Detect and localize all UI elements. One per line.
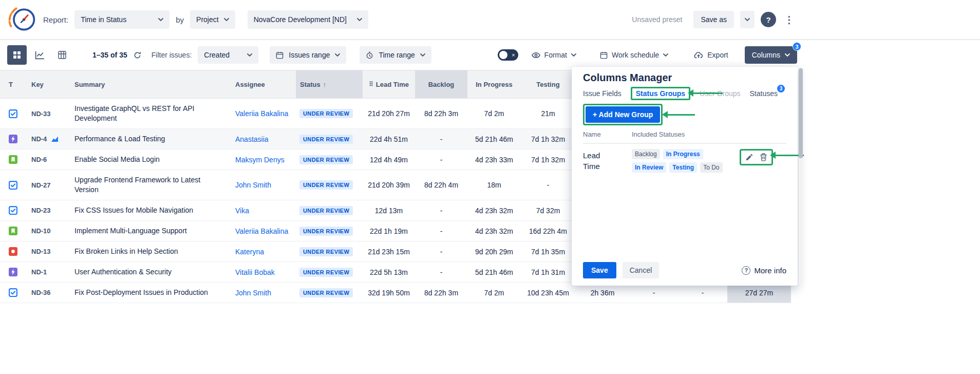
assignee-link[interactable]: Valeriia Bakalina	[235, 109, 288, 118]
column-header-testing[interactable]: Testing	[521, 81, 575, 88]
tab-statuses[interactable]: Statuses 3	[750, 89, 778, 98]
issue-type-icon	[9, 109, 17, 118]
issue-type-icon	[9, 247, 17, 256]
created-filter-select[interactable]: Created	[198, 46, 258, 64]
issue-key: ND-36	[31, 289, 51, 296]
status-badge: UNDER REVIEW	[299, 206, 353, 215]
report-type-select[interactable]: Time in Status	[74, 10, 169, 29]
trash-icon	[760, 153, 767, 161]
status-badge: UNDER REVIEW	[299, 268, 353, 277]
lead-time-cell: 21d 23h 15m	[363, 248, 415, 256]
column-header-backlog[interactable]: Backlog	[415, 70, 467, 98]
extra-cell-3: -	[678, 289, 727, 297]
row-chart-icon[interactable]	[51, 136, 59, 142]
drag-handle-icon[interactable]: ⠿	[369, 81, 373, 88]
assignee-link[interactable]: Vitalii Bobak	[235, 268, 275, 276]
time-range-button[interactable]: Time range	[360, 46, 431, 64]
toolbar-right-group: × Format Work schedule Export Columns 3	[498, 46, 799, 64]
view-grid-button[interactable]	[7, 45, 27, 65]
issue-key: ND-13	[31, 248, 51, 255]
more-menu-button[interactable]: ⋮	[782, 14, 799, 26]
included-statuses-column-header: Included Statuses	[632, 130, 685, 138]
more-info-label: More info	[754, 266, 786, 275]
scrollbar-thumb[interactable]	[799, 68, 803, 158]
column-header-summary[interactable]: Summary	[68, 81, 228, 88]
totals-toggle[interactable]: ×	[498, 49, 518, 61]
project-value: NovaCore Development [ND]	[254, 15, 347, 24]
column-header-type[interactable]: T	[0, 81, 23, 88]
assignee-link[interactable]: Anastasiia	[235, 135, 269, 143]
column-header-in-progress[interactable]: In Progress	[467, 81, 521, 88]
issues-range-button[interactable]: Issues range	[270, 46, 346, 64]
assignee-link[interactable]: Maksym Denys	[235, 156, 285, 164]
assignee-link[interactable]: John Smith	[235, 289, 271, 297]
included-statuses-list: Backlog In Progress In Review Testing To…	[632, 149, 737, 173]
export-button[interactable]: Export	[691, 50, 731, 60]
view-chart-button[interactable]	[30, 45, 49, 65]
group-by-value: Project	[196, 15, 219, 24]
save-as-label: Save as	[701, 15, 727, 24]
view-board-button[interactable]	[52, 45, 72, 65]
app-window: Report: Time in Status by Project NovaCo…	[0, 0, 980, 374]
testing-cell: 7d 1h 32m	[521, 135, 575, 143]
extra-cell-2: -	[630, 289, 678, 297]
column-header-status[interactable]: Status ↑	[296, 70, 363, 98]
format-button[interactable]: Format	[529, 50, 579, 60]
status-badge: UNDER REVIEW	[299, 288, 353, 297]
column-header-assignee[interactable]: Assignee	[228, 81, 296, 88]
panel-scrollbar[interactable]	[799, 67, 803, 285]
edit-group-button[interactable]	[745, 153, 753, 161]
assignee-link[interactable]: John Smith	[235, 181, 271, 189]
backlog-cell: -	[415, 207, 467, 215]
time-range-label: Time range	[379, 51, 414, 59]
status-badge: UNDER REVIEW	[299, 109, 353, 118]
group-by-select[interactable]: Project	[190, 10, 235, 29]
backlog-cell: -	[415, 268, 467, 276]
table-row[interactable]: ND-36 Fix Post-Deployment Issues in Prod…	[0, 283, 791, 303]
add-new-group-button[interactable]: + Add New Group	[586, 106, 660, 123]
annotation-box-add-group: + Add New Group	[583, 104, 663, 125]
tab-status-groups[interactable]: Status Groups	[631, 87, 690, 100]
filter-value: Created	[204, 51, 230, 59]
lead-time-cell: 21d 20h 39m	[363, 181, 415, 189]
lead-time-cell: 32d 19h 50m	[363, 289, 415, 297]
column-header-key[interactable]: Key	[23, 81, 68, 88]
chevron-down-icon	[224, 18, 229, 22]
save-button[interactable]: Save	[583, 262, 616, 278]
assignee-link[interactable]: Kateryna	[235, 248, 264, 256]
issue-summary: Enable Social Media Login	[68, 149, 228, 170]
panel-tabs: Issue Fields Status Groups User Groups S…	[583, 86, 786, 101]
top-bar: Report: Time in Status by Project NovaCo…	[0, 0, 799, 39]
delete-group-button[interactable]	[760, 153, 767, 161]
backlog-cell: 8d 22h 3m	[415, 289, 467, 297]
assignee-link[interactable]: Vika	[235, 207, 249, 215]
calendar-icon	[276, 51, 284, 59]
cloud-export-icon	[694, 51, 703, 59]
work-schedule-label: Work schedule	[612, 51, 659, 59]
more-info-link[interactable]: ? More info	[742, 266, 786, 275]
app-logo-icon	[6, 4, 37, 35]
assignee-link[interactable]: Valeriia Bakalina	[235, 227, 288, 235]
stopwatch-icon	[366, 51, 373, 59]
help-button[interactable]: ?	[761, 12, 776, 27]
status-badge: UNDER REVIEW	[299, 247, 353, 256]
project-select[interactable]: NovaCore Development [ND]	[248, 10, 368, 29]
save-as-button[interactable]: Save as	[693, 11, 734, 28]
status-group-row: Lead Time Backlog In Progress In Review …	[583, 149, 786, 173]
lead-time-header-label: Lead Time	[376, 81, 409, 88]
testing-cell: 7d 32m	[521, 207, 575, 215]
backlog-cell: -	[415, 135, 467, 143]
toolbar: 1–35 of 35 Filter issues: Created Issues…	[0, 40, 799, 70]
issue-summary: Implement Multi-Language Support	[68, 221, 228, 241]
backlog-cell: 8d 22h 4m	[415, 181, 467, 189]
in-progress-cell: 7d 2m	[467, 289, 521, 297]
lead-time-cell: 21d 20h 27m	[363, 109, 415, 118]
tab-issue-fields[interactable]: Issue Fields	[583, 89, 621, 98]
refresh-button[interactable]	[134, 51, 141, 59]
in-progress-cell: 18m	[467, 181, 521, 189]
work-schedule-button[interactable]: Work schedule	[597, 50, 671, 60]
cancel-button[interactable]: Cancel	[623, 262, 659, 278]
columns-button[interactable]: Columns 3	[745, 46, 797, 64]
column-header-lead-time[interactable]: ⠿ Lead Time	[363, 81, 415, 88]
save-as-menu-button[interactable]	[740, 11, 755, 28]
